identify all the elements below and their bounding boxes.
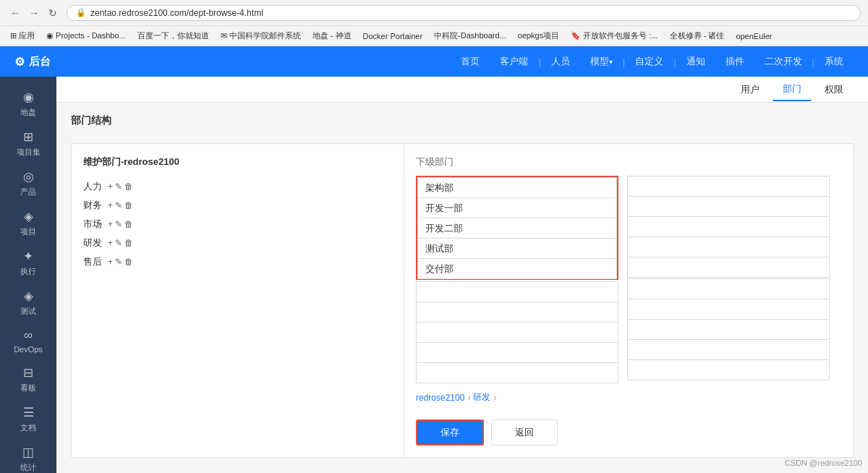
- subdept-input-4[interactable]: [417, 238, 617, 259]
- sidebar-item-devops[interactable]: ∞ DevOps: [0, 323, 56, 359]
- subdept-field-5[interactable]: [418, 259, 616, 278]
- nav-notify[interactable]: 通知: [676, 46, 715, 77]
- sidebar-item-projects[interactable]: ⊞ 项目集: [0, 124, 56, 163]
- subdept-input-r3[interactable]: [627, 216, 830, 237]
- subdept-field-r2[interactable]: [628, 197, 829, 216]
- nav-plugin[interactable]: 插件: [715, 46, 754, 77]
- dept-add-aftersales[interactable]: +: [108, 257, 113, 267]
- nav-custom[interactable]: 自定义: [625, 46, 673, 77]
- subdept-input-r6[interactable]: [627, 278, 830, 299]
- subdept-input-9[interactable]: [416, 342, 618, 363]
- back-button[interactable]: 返回: [491, 419, 558, 446]
- sidebar-item-kanban[interactable]: ⊟ 看板: [0, 359, 56, 399]
- sidebar-item-docs[interactable]: ☰ 文档: [0, 399, 56, 439]
- subdept-input-r1[interactable]: [627, 176, 830, 197]
- bookmark-openeuler[interactable]: openEuler: [733, 30, 775, 42]
- bookmark-dashboard[interactable]: 中科院-Dashboard...: [431, 29, 509, 43]
- subdept-field-7[interactable]: [417, 302, 618, 322]
- bookmark-baidu[interactable]: 百度一下，你就知道: [135, 29, 212, 43]
- nav-client[interactable]: 客户端: [490, 46, 538, 77]
- subdept-input-r8[interactable]: [627, 319, 830, 340]
- dept-add-rd[interactable]: +: [108, 238, 113, 248]
- save-button[interactable]: 保存: [416, 419, 484, 446]
- bookmark-oepkgs[interactable]: oepkgs项目: [515, 29, 562, 43]
- subdept-input-7[interactable]: [416, 302, 618, 323]
- subdept-input-2[interactable]: [417, 197, 617, 218]
- nav-dev2[interactable]: 二次开发: [754, 46, 812, 77]
- back-button[interactable]: ←: [7, 5, 23, 21]
- sidebar-item-stats[interactable]: ◫ 统计: [0, 439, 56, 473]
- subdept-input-3[interactable]: [417, 218, 617, 239]
- dept-edit-aftersales[interactable]: ✎: [115, 257, 122, 267]
- sidebar-item-map[interactable]: ◉ 地盘: [0, 84, 56, 124]
- bc-root[interactable]: redrose2100: [416, 393, 464, 403]
- subdept-input-8[interactable]: [416, 322, 618, 343]
- subdept-input-r9[interactable]: [627, 339, 830, 360]
- dept-edit-rd[interactable]: ✎: [115, 238, 122, 248]
- subdept-field-r7[interactable]: [628, 299, 829, 319]
- tab-dept[interactable]: 部门: [773, 78, 812, 101]
- subdept-input-10[interactable]: [416, 362, 618, 383]
- dept-add-market[interactable]: +: [108, 219, 113, 229]
- dept-del-finance[interactable]: 🗑: [124, 200, 133, 210]
- subdept-field-r10[interactable]: [628, 360, 829, 380]
- subdept-field-r6[interactable]: [628, 279, 829, 299]
- bookmark-didi[interactable]: 地盘 - 神道: [310, 29, 354, 43]
- dept-edit-hr[interactable]: ✎: [115, 182, 122, 192]
- subdept-field-9[interactable]: [417, 343, 618, 362]
- subdept-field-4[interactable]: [418, 239, 616, 258]
- subdept-input-r10[interactable]: [627, 359, 830, 380]
- bookmark-projects[interactable]: ◉ Projects - Dashbo...: [43, 30, 129, 42]
- subdept-field-2[interactable]: [418, 198, 616, 218]
- dept-left-panel: 维护部门-redrose2100 人力 + ✎ 🗑 财务 + ✎: [72, 144, 404, 457]
- subdept-input-r4[interactable]: [627, 236, 830, 257]
- bookmark-pkg[interactable]: 🔖 开放软件包服务号 :...: [568, 29, 660, 43]
- subdept-field-r3[interactable]: [628, 217, 829, 236]
- subdept-field-10[interactable]: [417, 363, 618, 383]
- subdept-field-6[interactable]: [417, 282, 618, 302]
- subdept-field-3[interactable]: [418, 218, 616, 238]
- dept-del-rd[interactable]: 🗑: [124, 238, 133, 248]
- dept-del-aftersales[interactable]: 🗑: [124, 257, 133, 267]
- bookmark-mail[interactable]: ✉ 中国科学院邮件系统: [218, 29, 304, 43]
- bc-arrow2: ›: [493, 393, 496, 403]
- sidebar-item-test[interactable]: ◈ 测试: [0, 283, 56, 323]
- dept-edit-market[interactable]: ✎: [115, 219, 122, 229]
- sidebar-item-project[interactable]: ◈ 项目: [0, 203, 56, 243]
- subdept-field-r5[interactable]: [628, 257, 829, 277]
- subdept-field-8[interactable]: [417, 323, 618, 342]
- dept-add-finance[interactable]: +: [108, 200, 113, 210]
- subdept-field-r1[interactable]: [628, 176, 829, 196]
- subdept-input-5[interactable]: [417, 258, 617, 279]
- sidebar-item-exec[interactable]: ✦ 执行: [0, 243, 56, 283]
- forward-button[interactable]: →: [26, 5, 42, 21]
- subdept-input-6[interactable]: [416, 281, 618, 302]
- main-layout: ◉ 地盘 ⊞ 项目集 ◎ 产品 ◈ 项目 ✦ 执行 ◈ 测试 ∞ DevOps …: [0, 77, 868, 473]
- sidebar-item-product[interactable]: ◎ 产品: [0, 163, 56, 203]
- nav-system[interactable]: 系统: [814, 46, 854, 77]
- tab-perm[interactable]: 权限: [814, 79, 854, 101]
- subdept-field-r4[interactable]: [628, 237, 829, 257]
- refresh-button[interactable]: ↻: [45, 5, 61, 21]
- subdept-input-r7[interactable]: [627, 299, 830, 320]
- tab-user[interactable]: 用户: [731, 79, 770, 101]
- sidebar-label-map: 地盘: [20, 107, 36, 118]
- nav-model[interactable]: 模型: [580, 46, 623, 77]
- nav-home[interactable]: 首页: [451, 46, 490, 77]
- bookmark-docker[interactable]: Docker Portainer: [360, 30, 426, 42]
- dept-del-market[interactable]: 🗑: [124, 219, 133, 229]
- bc-parent[interactable]: 研发: [473, 391, 490, 404]
- address-bar[interactable]: 🔒 zentao.redrose2100.com/dept-browse-4.h…: [67, 5, 861, 21]
- bookmark-apps[interactable]: ⊞ 应用: [7, 29, 38, 43]
- subdept-input-r2[interactable]: [627, 196, 830, 217]
- dept-del-hr[interactable]: 🗑: [124, 182, 133, 192]
- subdept-field-r9[interactable]: [628, 340, 829, 359]
- dept-add-hr[interactable]: +: [108, 182, 113, 192]
- subdept-input-r5[interactable]: [627, 257, 830, 278]
- subdept-input-1[interactable]: [417, 177, 617, 198]
- bookmark-fullstack[interactable]: 全栈修养 - 诸佳: [667, 29, 728, 43]
- subdept-field-1[interactable]: [418, 178, 616, 197]
- dept-edit-finance[interactable]: ✎: [115, 200, 122, 210]
- nav-people[interactable]: 人员: [541, 46, 580, 77]
- subdept-field-r8[interactable]: [628, 320, 829, 339]
